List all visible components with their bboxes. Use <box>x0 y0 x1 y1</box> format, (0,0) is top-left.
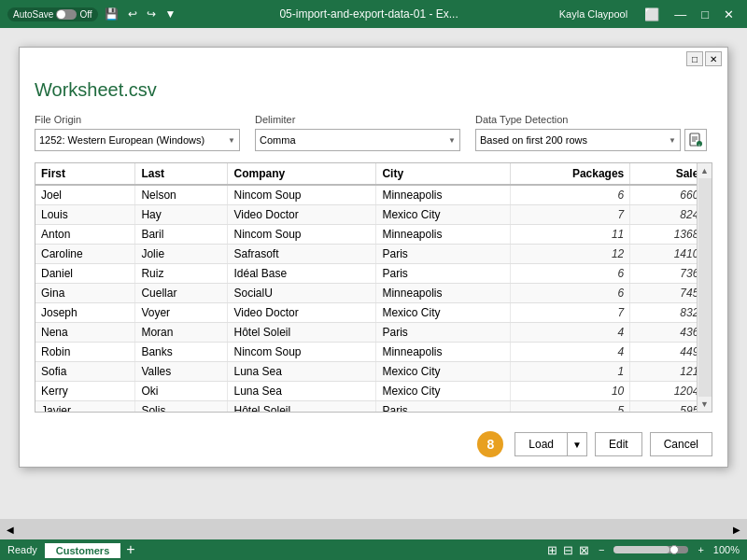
col-header-last[interactable]: Last <box>135 163 228 185</box>
dialog-title: Worksheet.csv <box>35 79 712 101</box>
file-info-button[interactable]: i <box>684 129 707 151</box>
maximize-button[interactable]: □ <box>696 6 714 23</box>
col-header-packages[interactable]: Packages <box>511 163 630 185</box>
cell-11-4: 5 <box>511 401 630 413</box>
col-header-first[interactable]: First <box>35 163 135 185</box>
cell-11-3: Paris <box>376 401 511 413</box>
user-name: Kayla Claypool <box>559 8 627 20</box>
cell-3-2: Safrasoft <box>228 245 376 264</box>
cell-3-4: 12 <box>511 245 630 264</box>
zoom-minus[interactable]: − <box>599 544 604 555</box>
cell-6-3: Mexico City <box>376 303 511 323</box>
delimiter-label: Delimiter <box>255 114 460 125</box>
cell-8-3: Minneapolis <box>376 343 511 362</box>
cell-10-2: Luna Sea <box>228 382 376 401</box>
cell-4-0: Daniel <box>35 264 135 284</box>
delimiter-select-wrapper[interactable]: Comma <box>255 129 460 151</box>
table-row: CarolineJolieSafrasoftParis1214108 <box>35 245 712 264</box>
autosave-toggle[interactable]: AutoSave Off <box>7 7 98 21</box>
cell-0-1: Nelson <box>135 185 228 205</box>
cell-5-3: Minneapolis <box>376 284 511 303</box>
cell-2-3: Minneapolis <box>376 225 511 245</box>
ribbon-display-button[interactable]: ⬜ <box>639 6 665 23</box>
col-header-company[interactable]: Company <box>228 163 376 185</box>
file-origin-select-wrapper[interactable]: 1252: Western European (Windows) <box>35 129 240 151</box>
undo-button[interactable]: ↩ <box>125 6 140 22</box>
scroll-down-arrow[interactable]: ▼ <box>698 397 712 412</box>
table-row: DanielRuizIdéal BaseParis67367 <box>35 264 712 284</box>
save-button[interactable]: 💾 <box>102 6 121 22</box>
page-break-view-button[interactable]: ⊠ <box>579 543 589 557</box>
cell-7-3: Paris <box>376 323 511 343</box>
toggle-switch[interactable] <box>56 9 77 20</box>
data-table-container: FirstLastCompanyCityPackagesSales JoelNe… <box>35 162 712 413</box>
table-row: AntonBarilNincom SoupMinneapolis1113683 <box>35 225 712 245</box>
cell-7-4: 4 <box>511 323 630 343</box>
excel-window: □ ✕ Worksheet.csv File Origin 1252: West… <box>0 28 747 560</box>
cell-9-0: Sofia <box>35 362 135 382</box>
cell-8-4: 4 <box>511 343 630 362</box>
autosave-state: Off <box>79 9 92 20</box>
zoom-slider[interactable] <box>613 546 688 553</box>
col-header-city[interactable]: City <box>376 163 511 185</box>
delimiter-select[interactable]: Comma <box>255 129 460 151</box>
data-type-select[interactable]: Based on first 200 rows <box>475 129 681 151</box>
load-dropdown-button[interactable]: ▼ <box>568 432 587 456</box>
normal-view-button[interactable]: ⊞ <box>547 543 557 557</box>
cell-0-4: 6 <box>511 185 630 205</box>
redo-button[interactable]: ↪ <box>144 6 159 22</box>
cell-1-1: Hay <box>135 205 228 225</box>
scroll-track[interactable] <box>698 178 712 397</box>
file-origin-select[interactable]: 1252: Western European (Windows) <box>35 129 240 151</box>
edit-button[interactable]: Edit <box>595 432 642 456</box>
cell-3-1: Jolie <box>135 245 228 264</box>
quick-access-toolbar: AutoSave Off 💾 ↩ ↪ ▼ <box>7 6 178 22</box>
cell-6-1: Voyer <box>135 303 228 323</box>
cell-9-2: Luna Sea <box>228 362 376 382</box>
customers-sheet-tab[interactable]: Customers <box>45 541 120 558</box>
cell-0-0: Joel <box>35 185 135 205</box>
load-button-group: Load ▼ <box>514 432 587 456</box>
data-type-select-wrapper[interactable]: Based on first 200 rows <box>475 129 681 151</box>
toggle-knob <box>57 10 65 19</box>
page-layout-view-button[interactable]: ⊟ <box>563 543 573 557</box>
file-icon: i <box>688 133 703 147</box>
zoom-thumb[interactable] <box>669 545 679 554</box>
bottom-bar: ◀ ▶ Ready Customers + ⊞ ⊟ ⊠ − <box>0 519 747 560</box>
cell-8-0: Robin <box>35 343 135 362</box>
load-button[interactable]: Load <box>514 432 568 456</box>
zoom-plus[interactable]: + <box>698 544 703 555</box>
vertical-scrollbar[interactable]: ▲ ▼ <box>697 163 712 412</box>
step-badge: 8 <box>477 431 503 457</box>
add-sheet-button[interactable]: + <box>122 541 138 558</box>
scroll-right-button[interactable]: ▶ <box>730 525 743 535</box>
table-row: LouisHayVideo DoctorMexico City78246 <box>35 205 712 225</box>
dialog-titlebar: □ ✕ <box>20 48 727 70</box>
cancel-button[interactable]: Cancel <box>650 432 712 456</box>
table-row: JoelNelsonNincom SoupMinneapolis66602 <box>35 185 712 205</box>
cell-6-0: Joseph <box>35 303 135 323</box>
cell-10-1: Oki <box>135 382 228 401</box>
dialog-close-button[interactable]: ✕ <box>705 51 722 66</box>
status-right: ⊞ ⊟ ⊠ − + 100% <box>547 543 740 557</box>
cell-10-3: Mexico City <box>376 382 511 401</box>
title-bar: AutoSave Off 💾 ↩ ↪ ▼ 05-import-and-expor… <box>0 0 747 28</box>
cell-4-1: Ruiz <box>135 264 228 284</box>
cell-4-4: 6 <box>511 264 630 284</box>
table-row: RobinBanksNincom SoupMinneapolis44497 <box>35 343 712 362</box>
dialog-content: Worksheet.csv File Origin 1252: Western … <box>20 70 727 422</box>
scroll-up-arrow[interactable]: ▲ <box>698 163 712 178</box>
cell-3-0: Caroline <box>35 245 135 264</box>
cell-6-2: Video Doctor <box>228 303 376 323</box>
cell-6-4: 7 <box>511 303 630 323</box>
scroll-left-button[interactable]: ◀ <box>4 525 17 535</box>
table-row: NenaMoranHôtel SoleilParis44369 <box>35 323 712 343</box>
minimize-button[interactable]: — <box>669 6 692 23</box>
spreadsheet-area: □ ✕ Worksheet.csv File Origin 1252: West… <box>0 28 747 519</box>
cell-8-2: Nincom Soup <box>228 343 376 362</box>
customize-qat-button[interactable]: ▼ <box>162 6 179 22</box>
dialog-restore-button[interactable]: □ <box>686 51 703 66</box>
cell-2-4: 11 <box>511 225 630 245</box>
horizontal-scroll-area: ◀ ▶ <box>0 519 747 539</box>
close-button[interactable]: ✕ <box>718 6 740 23</box>
